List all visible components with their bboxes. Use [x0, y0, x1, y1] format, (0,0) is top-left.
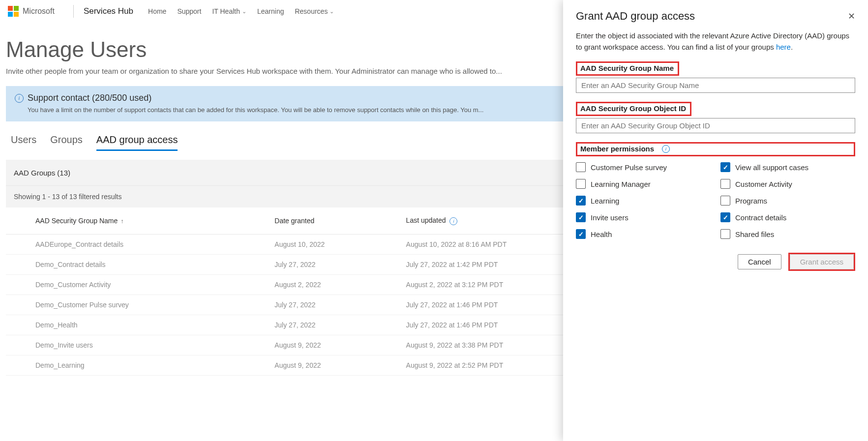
- grant-button-highlight: Grant access: [788, 253, 855, 271]
- banner-title: Support contact (280/500 used): [28, 93, 151, 103]
- perm-label: Shared files: [735, 230, 774, 238]
- panel-desc-pre: Enter the object id associated with the …: [576, 31, 849, 51]
- perm-label: Customer Pulse survey: [591, 163, 667, 172]
- topbar-divider: [73, 5, 74, 18]
- col-date[interactable]: Date granted: [267, 207, 398, 235]
- groups-here-link[interactable]: here: [776, 43, 791, 51]
- field-name-label: AAD Security Group Name: [578, 63, 676, 73]
- grant-access-panel: Grant AAD group access ✕ Enter the objec…: [563, 0, 868, 376]
- chevron-down-icon: ⌄: [242, 8, 246, 15]
- perm-contract-details[interactable]: Contract details: [720, 212, 855, 222]
- perm-shared-files[interactable]: Shared files: [720, 229, 855, 239]
- member-permissions-label: Member permissions: [578, 144, 656, 154]
- nav-support[interactable]: Support: [177, 7, 201, 15]
- checkbox-icon[interactable]: [576, 229, 586, 239]
- panel-header: Grant AAD group access ✕: [576, 10, 855, 23]
- nav-resources[interactable]: Resources ⌄: [295, 7, 334, 15]
- field-id-label: AAD Security Group Object ID: [578, 103, 688, 114]
- grant-access-button[interactable]: Grant access: [790, 254, 854, 269]
- checkbox-icon[interactable]: [720, 162, 730, 172]
- microsoft-label: Microsoft: [23, 7, 55, 16]
- nav-it-health[interactable]: IT Health ⌄: [212, 7, 246, 15]
- cell-name: AADEurope_Contract details: [6, 235, 267, 255]
- sort-asc-icon: ↑: [120, 218, 123, 225]
- nav-links: Home Support IT Health ⌄ Learning Resour…: [148, 7, 334, 15]
- cell-date: August 2, 2022: [267, 275, 398, 295]
- perm-learning[interactable]: Learning: [576, 196, 711, 206]
- checkbox-icon[interactable]: [720, 179, 730, 189]
- cell-date: July 27, 2022: [267, 315, 398, 335]
- tab-aad-group-access[interactable]: AAD group access: [96, 134, 178, 151]
- microsoft-logo-icon: [8, 6, 19, 17]
- cell-date: July 27, 2022: [267, 295, 398, 315]
- checkbox-icon[interactable]: [576, 179, 586, 189]
- checkbox-icon[interactable]: [720, 229, 730, 239]
- perm-learning-manager[interactable]: Learning Manager: [576, 179, 711, 189]
- info-icon[interactable]: i: [449, 217, 457, 225]
- col-name[interactable]: AAD Security Group Name ↑: [6, 207, 267, 235]
- tab-groups[interactable]: Groups: [50, 134, 83, 151]
- nav-home[interactable]: Home: [148, 7, 166, 15]
- cell-name: Demo_Customer Activity: [6, 275, 267, 295]
- app-name[interactable]: Services Hub: [84, 6, 133, 16]
- svg-rect-3: [14, 12, 19, 17]
- perm-label: Invite users: [591, 213, 629, 222]
- cell-name: Demo_Learning: [6, 355, 267, 376]
- cell-name: Demo_Customer Pulse survey: [6, 295, 267, 315]
- perm-programs[interactable]: Programs: [720, 196, 855, 206]
- member-permissions-label-highlight: Member permissions i: [576, 142, 855, 156]
- aad-group-id-input[interactable]: [576, 118, 855, 133]
- cell-date: August 9, 2022: [267, 335, 398, 355]
- perm-label: Customer Activity: [735, 180, 792, 188]
- checkbox-icon[interactable]: [720, 196, 730, 206]
- perm-customer-pulse[interactable]: Customer Pulse survey: [576, 162, 711, 172]
- cell-name: Demo_Contract details: [6, 255, 267, 275]
- checkbox-icon[interactable]: [720, 212, 730, 222]
- perm-label: Programs: [735, 197, 767, 205]
- checkbox-icon[interactable]: [576, 162, 586, 172]
- nav-resources-label: Resources: [295, 7, 328, 15]
- info-icon[interactable]: i: [662, 145, 670, 153]
- cell-name: Demo_Health: [6, 315, 267, 335]
- col-updated-label: Last updated: [406, 216, 446, 224]
- perm-label: View all support cases: [735, 163, 808, 172]
- tab-users[interactable]: Users: [11, 134, 36, 151]
- svg-rect-2: [8, 12, 13, 17]
- field-name-label-highlight: AAD Security Group Name: [576, 61, 679, 76]
- nav-learning[interactable]: Learning: [257, 7, 284, 15]
- svg-rect-1: [14, 6, 19, 11]
- col-name-label: AAD Security Group Name: [35, 217, 118, 225]
- cell-name: Demo_Invite users: [6, 335, 267, 355]
- svg-rect-0: [8, 6, 13, 11]
- perm-customer-activity[interactable]: Customer Activity: [720, 179, 855, 189]
- table-count: AAD Groups (13): [14, 169, 70, 177]
- perm-view-cases[interactable]: View all support cases: [720, 162, 855, 172]
- perm-label: Contract details: [735, 213, 786, 222]
- panel-description: Enter the object id associated with the …: [576, 30, 855, 53]
- panel-desc-post: .: [791, 43, 793, 51]
- nav-it-health-label: IT Health: [212, 7, 240, 15]
- perm-invite-users[interactable]: Invite users: [576, 212, 711, 222]
- cell-date: July 27, 2022: [267, 255, 398, 275]
- checkbox-icon[interactable]: [576, 212, 586, 222]
- perm-label: Health: [591, 230, 612, 238]
- cancel-button[interactable]: Cancel: [738, 254, 781, 269]
- chevron-down-icon: ⌄: [329, 8, 334, 15]
- cell-date: August 10, 2022: [267, 235, 398, 255]
- cell-date: August 9, 2022: [267, 355, 398, 376]
- close-icon[interactable]: ✕: [848, 11, 855, 22]
- field-id-label-highlight: AAD Security Group Object ID: [576, 102, 691, 116]
- panel-actions: Cancel Grant access: [576, 253, 855, 271]
- aad-group-name-input[interactable]: [576, 78, 855, 93]
- permissions-grid: Customer Pulse surveyView all support ca…: [576, 162, 855, 239]
- info-icon: i: [15, 94, 24, 103]
- perm-label: Learning: [591, 197, 619, 205]
- perm-label: Learning Manager: [591, 180, 651, 188]
- checkbox-icon[interactable]: [576, 196, 586, 206]
- perm-health[interactable]: Health: [576, 229, 711, 239]
- panel-title: Grant AAD group access: [576, 10, 695, 23]
